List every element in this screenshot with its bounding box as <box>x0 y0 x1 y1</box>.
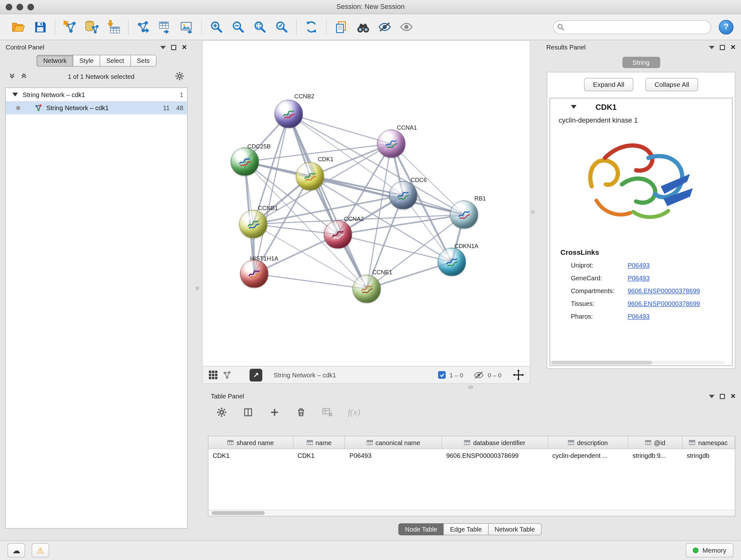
column-header-database-identifier[interactable]: database identifier <box>442 436 548 449</box>
close-panel-icon[interactable]: ✕ <box>730 44 736 51</box>
table-cell[interactable]: CDK1 <box>293 449 345 462</box>
network-edge[interactable] <box>289 114 391 144</box>
collection-caret-icon[interactable] <box>12 92 18 97</box>
table-cell[interactable]: 9606.ENSP00000378699 <box>442 449 548 462</box>
hidden-eye-icon[interactable] <box>474 371 484 379</box>
scrollbar-thumb[interactable] <box>212 511 265 515</box>
zoom-selected-button[interactable] <box>271 16 293 38</box>
expand-all-networks-icon[interactable] <box>9 72 16 81</box>
network-node-RB1[interactable] <box>450 200 478 229</box>
column-header-namespac[interactable]: namespac <box>683 436 735 449</box>
tab-network[interactable]: Network <box>37 55 73 67</box>
network-row[interactable]: String Network – cdk1 11 48 <box>6 101 187 114</box>
network-node-CCNB1[interactable] <box>239 210 267 239</box>
refresh-button[interactable] <box>300 16 322 38</box>
cloud-button[interactable]: ☁ <box>8 543 25 557</box>
tab-string[interactable]: String <box>622 57 660 68</box>
table-cell[interactable]: CDK1 <box>208 449 293 462</box>
binoculars-button[interactable] <box>352 16 374 38</box>
column-header-canonical-name[interactable]: canonical name <box>345 436 442 449</box>
table-cell[interactable]: stringdb:9... <box>628 449 683 462</box>
memory-button[interactable]: Memory <box>686 543 733 557</box>
table-cell[interactable]: stringdb <box>683 449 735 462</box>
crosslink-link[interactable]: P06493 <box>628 274 650 282</box>
column-header-name[interactable]: name <box>293 436 345 449</box>
left-splitter-handle[interactable] <box>196 287 199 290</box>
table-cell[interactable]: P06493 <box>345 449 442 462</box>
crosslink-link[interactable]: 9606.ENSP00000378699 <box>628 287 700 294</box>
export-image-button[interactable] <box>176 16 198 38</box>
warning-button[interactable]: ⚠ <box>31 543 49 557</box>
network-node-CDK1[interactable] <box>296 162 324 191</box>
network-node-CCNE1[interactable] <box>353 274 381 303</box>
collapse-all-networks-icon[interactable] <box>20 72 27 81</box>
delete-column-button[interactable] <box>293 404 309 420</box>
float-panel-icon[interactable] <box>720 45 725 50</box>
open-session-button[interactable] <box>8 16 29 38</box>
export-network-button[interactable] <box>132 16 154 38</box>
network-edge[interactable] <box>289 114 367 289</box>
crosslink-link[interactable]: P06493 <box>628 262 650 269</box>
export-table-button[interactable] <box>154 16 176 38</box>
entry-horizontal-scrollbar[interactable] <box>551 361 725 365</box>
expand-all-button[interactable]: Expand All <box>584 78 633 91</box>
column-header-shared-name[interactable]: shared name <box>208 436 293 449</box>
column-header--id[interactable]: @id <box>628 436 683 449</box>
network-node-CCNB2[interactable] <box>274 100 303 128</box>
network-node-CCNA2[interactable] <box>324 220 352 249</box>
tab-sets[interactable]: Sets <box>130 55 156 67</box>
float-panel-icon[interactable] <box>171 45 176 50</box>
table-horizontal-scrollbar[interactable] <box>208 509 735 516</box>
tab-style[interactable]: Style <box>73 55 100 67</box>
pan-mode-icon[interactable] <box>513 369 524 381</box>
table-row[interactable]: CDK1CDK1P064939606.ENSP00000378699cyclin… <box>208 449 735 462</box>
hide-items-button[interactable] <box>374 16 395 38</box>
tab-node-table[interactable]: Node Table <box>399 523 444 535</box>
network-node-CCNA1[interactable] <box>377 130 406 158</box>
close-panel-icon[interactable]: ✕ <box>182 44 187 51</box>
network-canvas[interactable]: CCNB2CCNA1CDC25BCDK1CDC6RB1CCNB1CCNA2CDK… <box>203 41 530 366</box>
network-edge[interactable] <box>254 114 289 274</box>
close-panel-icon[interactable]: ✕ <box>730 393 736 400</box>
network-edge[interactable] <box>254 273 367 289</box>
show-columns-button[interactable] <box>240 404 256 420</box>
column-header-description[interactable]: description <box>548 436 628 449</box>
tab-edge-table[interactable]: Edge Table <box>443 523 488 535</box>
network-options-gear-icon[interactable] <box>175 71 185 82</box>
horizontal-splitter-handle[interactable] <box>468 386 473 388</box>
save-session-button[interactable] <box>29 16 51 38</box>
document-button[interactable] <box>330 16 352 38</box>
selected-checkbox-icon[interactable] <box>438 371 446 379</box>
panel-menu-icon[interactable] <box>709 46 715 49</box>
crosslink-link[interactable]: 9606.ENSP00000378699 <box>628 300 700 307</box>
zoom-fit-button[interactable] <box>249 16 271 38</box>
table-cell[interactable]: cyclin-dependent ... <box>548 449 628 462</box>
float-panel-icon[interactable] <box>720 394 725 399</box>
export-view-button[interactable] <box>250 368 262 381</box>
network-node-CDKN1A[interactable] <box>437 248 466 276</box>
import-database-button[interactable] <box>81 16 103 38</box>
import-network-button[interactable] <box>59 16 81 38</box>
network-overview-icon[interactable] <box>223 370 232 379</box>
panel-menu-icon[interactable] <box>709 395 715 398</box>
network-node-CDC6[interactable] <box>389 181 417 209</box>
column-settings-button[interactable] <box>213 404 229 420</box>
network-collection-row[interactable]: String Network – cdk1 1 <box>6 88 187 101</box>
section-caret-icon[interactable] <box>571 105 577 109</box>
birdseye-view-icon[interactable] <box>208 370 218 380</box>
collapse-all-button[interactable]: Collapse All <box>646 78 698 91</box>
network-node-CDC25B[interactable] <box>231 147 259 176</box>
search-input[interactable] <box>553 20 711 34</box>
add-column-button[interactable] <box>266 404 282 420</box>
right-splitter-handle[interactable] <box>531 210 535 213</box>
zoom-out-button[interactable] <box>227 16 249 38</box>
zoom-in-button[interactable] <box>205 16 227 38</box>
tab-select[interactable]: Select <box>99 55 131 67</box>
crosslink-link[interactable]: P06493 <box>628 313 650 320</box>
import-table-button[interactable] <box>103 16 124 38</box>
help-button[interactable]: ? <box>719 19 733 34</box>
panel-menu-icon[interactable] <box>160 46 166 49</box>
tab-network-table[interactable]: Network Table <box>488 523 542 535</box>
network-node-HIST1H1A[interactable] <box>240 260 268 288</box>
show-items-button[interactable] <box>396 16 417 38</box>
